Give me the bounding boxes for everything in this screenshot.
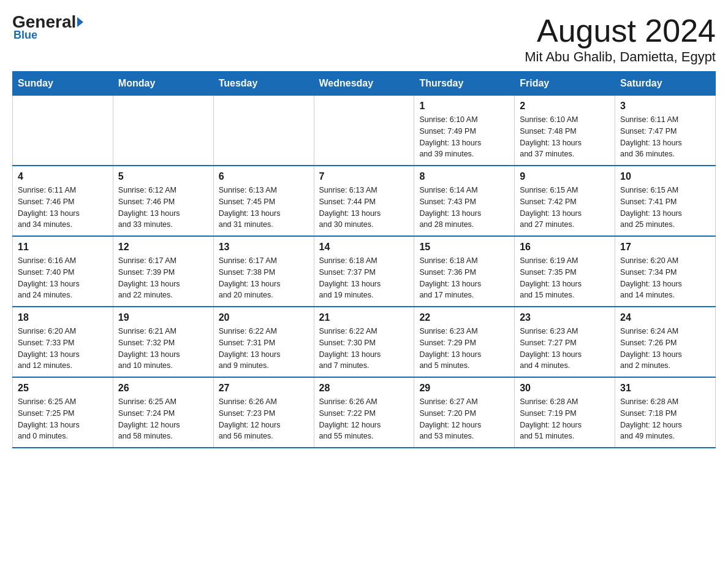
calendar-cell: 3Sunrise: 6:11 AMSunset: 7:47 PMDaylight… <box>615 96 716 166</box>
calendar-cell: 31Sunrise: 6:28 AMSunset: 7:18 PMDayligh… <box>615 377 716 448</box>
day-info: Sunrise: 6:17 AMSunset: 7:38 PMDaylight:… <box>219 255 309 301</box>
day-number: 18 <box>18 312 108 323</box>
day-number: 11 <box>18 242 108 253</box>
calendar-cell: 8Sunrise: 6:14 AMSunset: 7:43 PMDaylight… <box>414 166 515 236</box>
day-number: 5 <box>118 171 208 182</box>
day-number: 10 <box>620 171 710 182</box>
calendar-cell <box>113 96 213 166</box>
day-info: Sunrise: 6:11 AMSunset: 7:47 PMDaylight:… <box>620 114 710 160</box>
day-info: Sunrise: 6:15 AMSunset: 7:42 PMDaylight:… <box>520 185 610 231</box>
day-number: 31 <box>620 383 710 394</box>
day-info: Sunrise: 6:11 AMSunset: 7:46 PMDaylight:… <box>18 185 108 231</box>
day-number: 28 <box>319 383 409 394</box>
calendar-cell: 15Sunrise: 6:18 AMSunset: 7:36 PMDayligh… <box>414 236 515 307</box>
calendar-cell: 5Sunrise: 6:12 AMSunset: 7:46 PMDaylight… <box>113 166 213 236</box>
day-number: 14 <box>319 242 409 253</box>
calendar-cell: 14Sunrise: 6:18 AMSunset: 7:37 PMDayligh… <box>314 236 414 307</box>
calendar-cell <box>213 96 314 166</box>
day-info: Sunrise: 6:21 AMSunset: 7:32 PMDaylight:… <box>118 326 208 372</box>
day-info: Sunrise: 6:14 AMSunset: 7:43 PMDaylight:… <box>419 185 509 231</box>
day-info: Sunrise: 6:18 AMSunset: 7:37 PMDaylight:… <box>319 255 409 301</box>
day-info: Sunrise: 6:26 AMSunset: 7:23 PMDaylight:… <box>219 396 309 442</box>
calendar-cell: 23Sunrise: 6:23 AMSunset: 7:27 PMDayligh… <box>515 307 615 377</box>
calendar-week-5: 25Sunrise: 6:25 AMSunset: 7:25 PMDayligh… <box>13 377 716 448</box>
day-info: Sunrise: 6:28 AMSunset: 7:18 PMDaylight:… <box>620 396 710 442</box>
header-monday: Monday <box>113 72 213 96</box>
calendar-cell: 29Sunrise: 6:27 AMSunset: 7:20 PMDayligh… <box>414 377 515 448</box>
calendar-cell: 18Sunrise: 6:20 AMSunset: 7:33 PMDayligh… <box>13 307 113 377</box>
day-info: Sunrise: 6:12 AMSunset: 7:46 PMDaylight:… <box>118 185 208 231</box>
calendar-cell: 10Sunrise: 6:15 AMSunset: 7:41 PMDayligh… <box>615 166 716 236</box>
page-subtitle: Mit Abu Ghalib, Damietta, Egypt <box>525 49 716 65</box>
page-header: General Blue August 2024 Mit Abu Ghalib,… <box>12 12 716 65</box>
day-number: 22 <box>419 312 509 323</box>
day-number: 2 <box>520 101 610 112</box>
calendar-cell: 28Sunrise: 6:26 AMSunset: 7:22 PMDayligh… <box>314 377 414 448</box>
calendar-cell <box>314 96 414 166</box>
day-number: 30 <box>520 383 610 394</box>
calendar-cell: 25Sunrise: 6:25 AMSunset: 7:25 PMDayligh… <box>13 377 113 448</box>
header-thursday: Thursday <box>414 72 515 96</box>
day-number: 27 <box>219 383 309 394</box>
calendar-cell: 22Sunrise: 6:23 AMSunset: 7:29 PMDayligh… <box>414 307 515 377</box>
day-info: Sunrise: 6:22 AMSunset: 7:31 PMDaylight:… <box>219 326 309 372</box>
calendar-cell: 13Sunrise: 6:17 AMSunset: 7:38 PMDayligh… <box>213 236 314 307</box>
day-number: 20 <box>219 312 309 323</box>
day-info: Sunrise: 6:13 AMSunset: 7:44 PMDaylight:… <box>319 185 409 231</box>
calendar-week-3: 11Sunrise: 6:16 AMSunset: 7:40 PMDayligh… <box>13 236 716 307</box>
logo-blue: Blue <box>13 29 37 42</box>
day-number: 13 <box>219 242 309 253</box>
day-info: Sunrise: 6:15 AMSunset: 7:41 PMDaylight:… <box>620 185 710 231</box>
day-number: 12 <box>118 242 208 253</box>
day-number: 6 <box>219 171 309 182</box>
calendar-cell: 24Sunrise: 6:24 AMSunset: 7:26 PMDayligh… <box>615 307 716 377</box>
header-wednesday: Wednesday <box>314 72 414 96</box>
calendar-cell: 19Sunrise: 6:21 AMSunset: 7:32 PMDayligh… <box>113 307 213 377</box>
day-info: Sunrise: 6:20 AMSunset: 7:34 PMDaylight:… <box>620 255 710 301</box>
day-number: 26 <box>118 383 208 394</box>
day-number: 29 <box>419 383 509 394</box>
calendar-cell: 2Sunrise: 6:10 AMSunset: 7:48 PMDaylight… <box>515 96 615 166</box>
day-info: Sunrise: 6:16 AMSunset: 7:40 PMDaylight:… <box>18 255 108 301</box>
day-number: 8 <box>419 171 509 182</box>
calendar-cell: 4Sunrise: 6:11 AMSunset: 7:46 PMDaylight… <box>13 166 113 236</box>
day-info: Sunrise: 6:17 AMSunset: 7:39 PMDaylight:… <box>118 255 208 301</box>
day-info: Sunrise: 6:23 AMSunset: 7:27 PMDaylight:… <box>520 326 610 372</box>
calendar-week-1: 1Sunrise: 6:10 AMSunset: 7:49 PMDaylight… <box>13 96 716 166</box>
calendar-cell: 30Sunrise: 6:28 AMSunset: 7:19 PMDayligh… <box>515 377 615 448</box>
day-number: 17 <box>620 242 710 253</box>
day-number: 25 <box>18 383 108 394</box>
title-block: August 2024 Mit Abu Ghalib, Damietta, Eg… <box>525 12 716 65</box>
calendar-week-2: 4Sunrise: 6:11 AMSunset: 7:46 PMDaylight… <box>13 166 716 236</box>
day-info: Sunrise: 6:23 AMSunset: 7:29 PMDaylight:… <box>419 326 509 372</box>
day-info: Sunrise: 6:19 AMSunset: 7:35 PMDaylight:… <box>520 255 610 301</box>
logo: General Blue <box>12 12 82 42</box>
calendar-header: SundayMondayTuesdayWednesdayThursdayFrid… <box>13 72 716 96</box>
day-number: 16 <box>520 242 610 253</box>
calendar-cell: 9Sunrise: 6:15 AMSunset: 7:42 PMDaylight… <box>515 166 615 236</box>
calendar-cell: 21Sunrise: 6:22 AMSunset: 7:30 PMDayligh… <box>314 307 414 377</box>
day-number: 19 <box>118 312 208 323</box>
day-info: Sunrise: 6:26 AMSunset: 7:22 PMDaylight:… <box>319 396 409 442</box>
calendar-cell: 17Sunrise: 6:20 AMSunset: 7:34 PMDayligh… <box>615 236 716 307</box>
day-info: Sunrise: 6:25 AMSunset: 7:25 PMDaylight:… <box>18 396 108 442</box>
day-number: 23 <box>520 312 610 323</box>
day-info: Sunrise: 6:22 AMSunset: 7:30 PMDaylight:… <box>319 326 409 372</box>
day-number: 15 <box>419 242 509 253</box>
day-number: 1 <box>419 101 509 112</box>
calendar-cell: 20Sunrise: 6:22 AMSunset: 7:31 PMDayligh… <box>213 307 314 377</box>
day-info: Sunrise: 6:13 AMSunset: 7:45 PMDaylight:… <box>219 185 309 231</box>
calendar-cell: 7Sunrise: 6:13 AMSunset: 7:44 PMDaylight… <box>314 166 414 236</box>
day-number: 9 <box>520 171 610 182</box>
calendar-cell: 1Sunrise: 6:10 AMSunset: 7:49 PMDaylight… <box>414 96 515 166</box>
day-info: Sunrise: 6:28 AMSunset: 7:19 PMDaylight:… <box>520 396 610 442</box>
calendar-week-4: 18Sunrise: 6:20 AMSunset: 7:33 PMDayligh… <box>13 307 716 377</box>
calendar-cell: 6Sunrise: 6:13 AMSunset: 7:45 PMDaylight… <box>213 166 314 236</box>
header-sunday: Sunday <box>13 72 113 96</box>
calendar-cell: 12Sunrise: 6:17 AMSunset: 7:39 PMDayligh… <box>113 236 213 307</box>
header-saturday: Saturday <box>615 72 716 96</box>
day-info: Sunrise: 6:18 AMSunset: 7:36 PMDaylight:… <box>419 255 509 301</box>
calendar-cell: 26Sunrise: 6:25 AMSunset: 7:24 PMDayligh… <box>113 377 213 448</box>
header-friday: Friday <box>515 72 615 96</box>
header-tuesday: Tuesday <box>213 72 314 96</box>
